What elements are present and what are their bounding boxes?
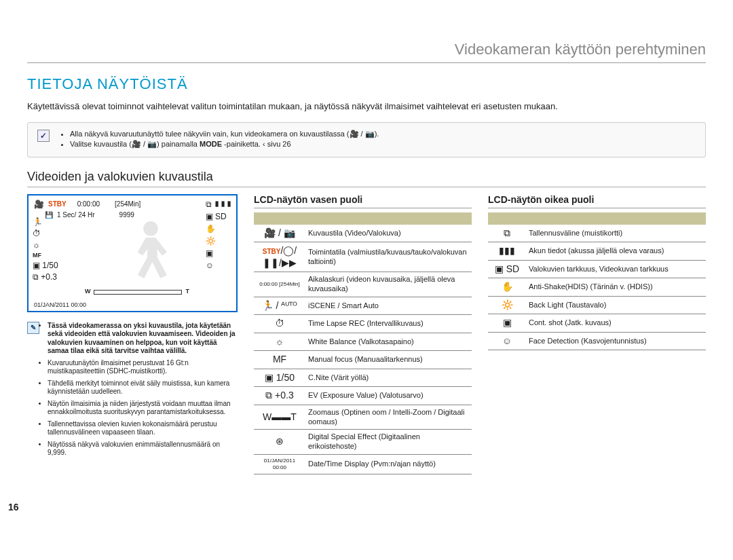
table-row: ▮▮▮Akun tiedot (akussa jäljellä oleva va… <box>488 242 706 261</box>
table-desc-cell: EV (Exposure Value) (Valotusarvo) <box>305 387 472 405</box>
timecode: 0:00:00 <box>77 200 100 208</box>
table-row: ▣ 1/50C.Nite (Värit yöllä) <box>254 369 472 387</box>
table-icon-cell: STBY/◯/❚❚/▶▶ <box>254 242 305 272</box>
resolution-icon: ▣ SD <box>206 212 232 221</box>
page-title: TIETOJA NÄYTÖISTÄ <box>27 75 706 93</box>
table-row: 🏃 / ᴬᵁᵀᴼiSCENE / Smart Auto <box>254 297 472 315</box>
note-item: Tässä videokamerassa on yksi kuvaustila,… <box>48 322 238 356</box>
subsection-heading: Videoiden ja valokuvien kuvaustila <box>27 170 706 187</box>
table-desc-cell: Tallennusväline (muistikortti) <box>526 225 706 242</box>
table-row: ⧉Tallennusväline (muistikortti) <box>488 225 706 242</box>
table-icon-cell: MF <box>254 351 305 369</box>
silhouette-image <box>110 213 191 295</box>
backlight-icon: 🔆 <box>206 236 232 246</box>
table-desc-cell: Kuvaustila (Video/Valokuva) <box>305 225 472 242</box>
table-icon-cell: ⏱ <box>254 315 305 333</box>
note-item: Tähdellä merkityt toiminnot eivät säily … <box>48 379 238 396</box>
contshot-icon: ▣ <box>206 248 232 258</box>
table-row: ▣ SDValokuvien tarkkuus, Videokuvan tark… <box>488 260 706 278</box>
timelapse-icon: ⏱ <box>33 229 58 238</box>
zoom-bar <box>94 290 182 295</box>
table-desc-cell: Cont. shot (Jatk. kuvaus) <box>526 314 706 333</box>
table-row: MFManual focus (Manuaalitarkennus) <box>254 351 472 369</box>
table-icon-cell: 0:00:00 [254Min] <box>254 272 305 297</box>
table-desc-cell: Digital Special Effect (Digitaalinen eri… <box>305 430 472 455</box>
table-desc-cell: Akun tiedot (akussa jäljellä oleva varau… <box>526 242 706 261</box>
wb-icon: ☼ <box>33 240 58 250</box>
table-row: STBY/◯/❚❚/▶▶Toimintatila (valmiustila/ku… <box>254 242 472 272</box>
table-icon-cell: ⊛ <box>254 430 305 455</box>
table-desc-cell: Zoomaus (Optinen oom / Intelli-Zoom / Di… <box>305 405 472 430</box>
table-icon-cell: 🏃 / ᴬᵁᵀᴼ <box>254 297 305 315</box>
interval: 1 Sec/ 24 Hr <box>57 211 95 219</box>
table-desc-cell: Date/Time Display (Pvm:n/ajan näyttö) <box>305 454 472 474</box>
table-row: 0:00:00 [254Min]Aikalaskuri (videon kuva… <box>254 272 472 297</box>
table-row: ✋Anti-Shake(HDIS) (Tärinän v. (HDIS)) <box>488 278 706 297</box>
right-table-heading: LCD-näytön oikea puoli <box>488 194 706 208</box>
table-row: W▬▬TZoomaus (Optinen oom / Intelli-Zoom … <box>254 405 472 430</box>
table-row: ☼White Balance (Valkotasapaino) <box>254 333 472 351</box>
notes-box: ✎ Tässä videokamerassa on yksi kuvaustil… <box>27 322 238 458</box>
table-row: 🎥 / 📷Kuvaustila (Video/Valokuva) <box>254 225 472 242</box>
page-number: 16 <box>8 502 19 512</box>
intro-text: Käytettävissä olevat toiminnot vaihtelev… <box>27 101 706 113</box>
note-item: Kuvaruutunäytön ilmaisimet perustuvat 16… <box>48 359 238 376</box>
lcd-date: 01/JAN/2011 00:00 <box>34 301 86 308</box>
table-row: ⏱Time Lapse REC (Intervallikuvaus) <box>254 315 472 333</box>
facedetect-icon: ☺ <box>206 261 232 270</box>
table-desc-cell: Manual focus (Manuaalitarkennus) <box>305 351 472 369</box>
mf-icon: MF <box>33 252 58 259</box>
cnite-row: ▣ 1/50 <box>33 261 58 270</box>
table-icon-cell: ✋ <box>488 278 526 297</box>
left-table: 🎥 / 📷Kuvaustila (Video/Valokuva)STBY/◯/❚… <box>254 212 472 474</box>
table-icon-cell: ⧉ <box>488 225 526 242</box>
left-table-heading: LCD-näytön vasen puoli <box>254 194 472 208</box>
table-desc-cell: Time Lapse REC (Intervallikuvaus) <box>305 315 472 333</box>
table-icon-cell: ▣ SD <box>488 260 526 278</box>
table-icon-cell: ☺ <box>488 332 526 350</box>
remaining: [254Min] <box>115 200 140 208</box>
note-item: Tallennettavissa olevien kuvien kokonais… <box>48 420 238 437</box>
table-desc-cell: Toimintatila (valmiustila/kuvaus/tauko/v… <box>305 242 472 272</box>
table-icon-cell: 🎥 / 📷 <box>254 225 305 242</box>
table-desc-cell: iSCENE / Smart Auto <box>305 297 472 315</box>
table-icon-cell: ☼ <box>254 333 305 351</box>
info-icon: ✓ <box>37 130 50 142</box>
table-icon-cell: ▣ 1/50 <box>254 369 305 387</box>
table-row: ⧉ +0.3EV (Exposure Value) (Valotusarvo) <box>254 387 472 405</box>
video-icon: 🎥 <box>34 200 44 209</box>
info-box: ✓ Alla näkyvä kuvaruutunäyttö tulee näky… <box>27 122 706 157</box>
right-table: ⧉Tallennusväline (muistikortti)▮▮▮Akun t… <box>488 212 706 351</box>
table-icon-cell: ▮▮▮ <box>488 242 526 261</box>
table-desc-cell: C.Nite (Värit yöllä) <box>305 369 472 387</box>
ev-row: ⧉ +0.3 <box>33 272 58 282</box>
table-icon-cell: ▣ <box>488 314 526 333</box>
table-icon-cell: 🔆 <box>488 296 526 314</box>
info-item: Valitse kuvaustila (🎥 / 📷) painamalla MO… <box>70 140 379 149</box>
table-desc-cell: Back Light (Taustavalo) <box>526 296 706 314</box>
note-item: Näytössä näkyvä valokuvien enimmäistalle… <box>48 441 238 458</box>
scene-icon: 🏃 <box>33 217 58 227</box>
table-desc-cell: Face Detection (Kasvojentunnistus) <box>526 332 706 350</box>
table-desc-cell: Anti-Shake(HDIS) (Tärinän v. (HDIS)) <box>526 278 706 297</box>
media-icon: ⧉ ▮▮▮ <box>206 200 232 209</box>
antishake-icon: ✋ <box>206 224 232 234</box>
table-desc-cell: Aikalaskuri (videon kuvausaika, jäljellä… <box>305 272 472 297</box>
table-desc-cell: White Balance (Valkotasapaino) <box>305 333 472 351</box>
table-desc-cell: Valokuvien tarkkuus, Videokuvan tarkkuus <box>526 260 706 278</box>
table-row: ▣Cont. shot (Jatk. kuvaus) <box>488 314 706 333</box>
table-icon-cell: W▬▬T <box>254 405 305 430</box>
lcd-preview: 🎥 STBY 0:00:00 [254Min] 💾 1 Sec/ 24 Hr 9… <box>27 194 238 312</box>
note-item: Näytön ilmaisimia ja niiden järjestystä … <box>48 400 238 417</box>
table-row: 🔆Back Light (Taustavalo) <box>488 296 706 314</box>
table-icon-cell: ⧉ +0.3 <box>254 387 305 405</box>
table-row: ⊛Digital Special Effect (Digitaalinen er… <box>254 430 472 455</box>
table-row: ☺Face Detection (Kasvojentunnistus) <box>488 332 706 350</box>
breadcrumb: Videokameran käyttöön perehtyminen <box>27 41 706 63</box>
table-icon-cell: 01/JAN/2011 00:00 <box>254 454 305 474</box>
info-item: Alla näkyvä kuvaruutunäyttö tulee näkyvi… <box>70 130 379 138</box>
table-row: 01/JAN/2011 00:00Date/Time Display (Pvm:… <box>254 454 472 474</box>
stby-indicator: STBY <box>48 200 67 208</box>
